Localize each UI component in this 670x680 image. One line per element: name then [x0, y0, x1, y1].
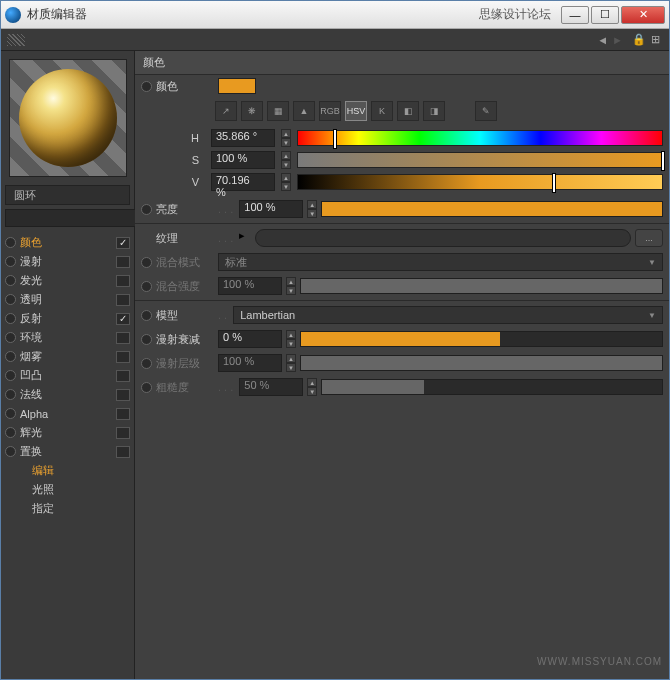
- new-tab-icon[interactable]: ⊞: [647, 32, 663, 48]
- channel-label[interactable]: 颜色: [20, 235, 112, 250]
- channel-checkbox[interactable]: [116, 351, 130, 363]
- color-mode-button[interactable]: ↗: [215, 101, 237, 121]
- nav-prev-icon[interactable]: ◄: [597, 34, 608, 46]
- level-expand-icon[interactable]: [141, 358, 152, 369]
- blendstr-slider[interactable]: [300, 278, 663, 294]
- channel-radio[interactable]: [5, 313, 16, 324]
- blendstr-spinner[interactable]: ▲▼: [286, 277, 296, 295]
- blendmode-dropdown[interactable]: 标准: [218, 253, 663, 271]
- channel-label[interactable]: 烟雾: [20, 349, 112, 364]
- color-mode-button[interactable]: HSV: [345, 101, 367, 121]
- close-button[interactable]: ✕: [621, 6, 665, 24]
- val-label: V: [141, 176, 205, 188]
- falloff-field[interactable]: 0 %: [218, 330, 282, 348]
- color-swatch[interactable]: [218, 78, 256, 94]
- channel-radio[interactable]: [5, 275, 16, 286]
- hue-field[interactable]: 35.866 °: [211, 129, 275, 147]
- level-slider[interactable]: [300, 355, 663, 371]
- channel-radio[interactable]: [5, 446, 16, 457]
- texture-field[interactable]: [255, 229, 631, 247]
- maximize-button[interactable]: ☐: [591, 6, 619, 24]
- color-mode-button[interactable]: RGB: [319, 101, 341, 121]
- blendstr-field[interactable]: 100 %: [218, 277, 282, 295]
- brightness-slider[interactable]: [321, 201, 663, 217]
- channel-radio[interactable]: [5, 408, 16, 419]
- subchannel-label[interactable]: 编辑: [20, 463, 130, 478]
- channel-checkbox[interactable]: [116, 294, 130, 306]
- channel-checkbox[interactable]: [116, 446, 130, 458]
- channel-label[interactable]: Alpha: [20, 408, 112, 420]
- channel-checkbox[interactable]: [116, 256, 130, 268]
- channel-checkbox[interactable]: [116, 427, 130, 439]
- hue-label: H: [141, 132, 205, 144]
- channel-label[interactable]: 凹凸: [20, 368, 112, 383]
- val-slider[interactable]: [297, 174, 663, 190]
- roughness-slider[interactable]: [321, 379, 663, 395]
- channel-checkbox[interactable]: [116, 275, 130, 287]
- color-mode-button[interactable]: ▦: [267, 101, 289, 121]
- channel-radio[interactable]: [5, 351, 16, 362]
- channel-radio[interactable]: [5, 427, 16, 438]
- level-spinner[interactable]: ▲▼: [286, 354, 296, 372]
- texture-browse-button[interactable]: ...: [635, 229, 663, 247]
- channel-label[interactable]: 透明: [20, 292, 112, 307]
- val-field[interactable]: 70.196 %: [211, 173, 275, 191]
- roughness-spinner[interactable]: ▲▼: [307, 378, 317, 396]
- roughness-expand-icon[interactable]: [141, 382, 152, 393]
- channel-label[interactable]: 置换: [20, 444, 112, 459]
- val-spinner[interactable]: ▲▼: [281, 173, 291, 191]
- hue-slider[interactable]: [297, 130, 663, 146]
- blendstr-expand-icon[interactable]: [141, 281, 152, 292]
- hue-spinner[interactable]: ▲▼: [281, 129, 291, 147]
- sat-field[interactable]: 100 %: [211, 151, 275, 169]
- color-mode-button[interactable]: K: [371, 101, 393, 121]
- channel-radio[interactable]: [5, 370, 16, 381]
- brightness-expand-icon[interactable]: [141, 204, 152, 215]
- material-name-field[interactable]: 圆环: [5, 185, 130, 205]
- color-mode-button[interactable]: ▲: [293, 101, 315, 121]
- channel-checkbox[interactable]: ✓: [116, 313, 130, 325]
- color-mode-button[interactable]: ❋: [241, 101, 263, 121]
- channel-checkbox[interactable]: [116, 370, 130, 382]
- channel-radio[interactable]: [5, 237, 16, 248]
- channel-label[interactable]: 发光: [20, 273, 112, 288]
- color-mode-button[interactable]: ◧: [397, 101, 419, 121]
- sat-spinner[interactable]: ▲▼: [281, 151, 291, 169]
- channel-label[interactable]: 法线: [20, 387, 112, 402]
- material-preview[interactable]: [9, 59, 127, 177]
- texture-toggle-icon[interactable]: ▸: [239, 229, 251, 247]
- model-expand-icon[interactable]: [141, 310, 152, 321]
- channel-radio[interactable]: [5, 256, 16, 267]
- subchannel-label[interactable]: 指定: [20, 501, 130, 516]
- brightness-spinner[interactable]: ▲▼: [307, 200, 317, 218]
- channel-label[interactable]: 环境: [20, 330, 112, 345]
- color-mode-button[interactable]: ✎: [475, 101, 497, 121]
- channel-radio[interactable]: [5, 389, 16, 400]
- minimize-button[interactable]: —: [561, 6, 589, 24]
- channel-label[interactable]: 反射: [20, 311, 112, 326]
- subchannel-label[interactable]: 光照: [20, 482, 130, 497]
- channel-label[interactable]: 辉光: [20, 425, 112, 440]
- falloff-spinner[interactable]: ▲▼: [286, 330, 296, 348]
- channel-checkbox[interactable]: ✓: [116, 237, 130, 249]
- brightness-field[interactable]: 100 %: [239, 200, 303, 218]
- titlebar[interactable]: 材质编辑器 思缘设计论坛 — ☐ ✕: [1, 1, 669, 29]
- falloff-expand-icon[interactable]: [141, 334, 152, 345]
- color-expand-icon[interactable]: [141, 81, 152, 92]
- channel-checkbox[interactable]: [116, 408, 130, 420]
- channel-checkbox[interactable]: [116, 332, 130, 344]
- channel-radio[interactable]: [5, 332, 16, 343]
- channel-checkbox[interactable]: [116, 389, 130, 401]
- search-input[interactable]: [5, 209, 153, 227]
- sat-slider[interactable]: [297, 152, 663, 168]
- level-field[interactable]: 100 %: [218, 354, 282, 372]
- channel-radio[interactable]: [5, 294, 16, 305]
- lock-icon[interactable]: 🔒: [631, 32, 647, 48]
- nav-next-icon[interactable]: ►: [612, 34, 623, 46]
- falloff-slider[interactable]: [300, 331, 663, 347]
- blendmode-expand-icon[interactable]: [141, 257, 152, 268]
- channel-label[interactable]: 漫射: [20, 254, 112, 269]
- color-mode-button[interactable]: ◨: [423, 101, 445, 121]
- model-dropdown[interactable]: Lambertian: [233, 306, 663, 324]
- roughness-field[interactable]: 50 %: [239, 378, 303, 396]
